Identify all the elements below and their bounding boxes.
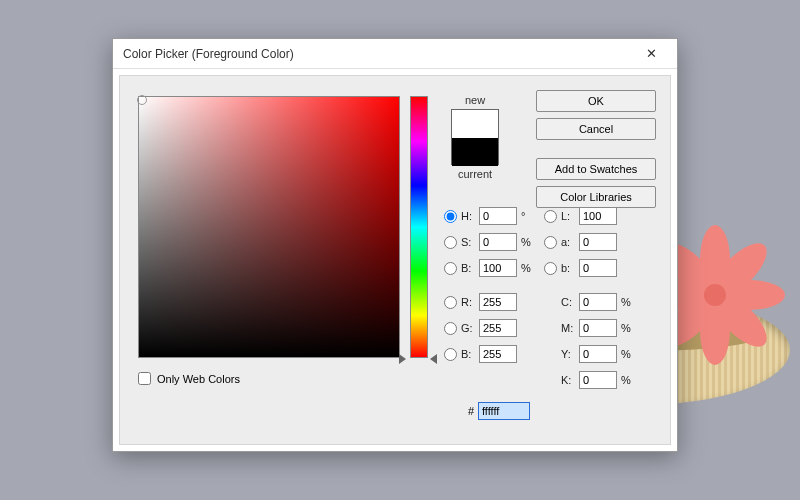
satval-cursor[interactable]: [137, 95, 147, 105]
a-input[interactable]: [579, 233, 617, 251]
bb-label: B:: [461, 348, 479, 360]
c-input[interactable]: [579, 293, 617, 311]
hex-row: #: [460, 402, 530, 420]
mode-s-radio[interactable]: [444, 236, 457, 249]
m-label: M:: [561, 322, 579, 334]
mode-l-radio[interactable]: [544, 210, 557, 223]
h-unit: °: [521, 210, 533, 222]
m-unit: %: [621, 322, 633, 334]
color-preview: new current: [445, 94, 505, 180]
k-unit: %: [621, 374, 633, 386]
b-unit: %: [521, 262, 533, 274]
ok-button[interactable]: OK: [536, 90, 656, 112]
preview-new-label: new: [445, 94, 505, 106]
only-web-colors-label: Only Web Colors: [157, 373, 240, 385]
saturation-value-field[interactable]: [138, 96, 400, 358]
preview-current-color[interactable]: [452, 138, 498, 166]
dialog-title: Color Picker (Foreground Color): [123, 39, 294, 69]
preview-current-label: current: [445, 168, 505, 180]
c-label: C:: [561, 296, 579, 308]
h-label: H:: [461, 210, 479, 222]
r-label: R:: [461, 296, 479, 308]
lb-input[interactable]: [579, 259, 617, 277]
button-column: OK Cancel Add to Swatches Color Librarie…: [536, 90, 656, 214]
y-unit: %: [621, 348, 633, 360]
h-input[interactable]: [479, 207, 517, 225]
mode-g-radio[interactable]: [444, 322, 457, 335]
b-label: B:: [461, 262, 479, 274]
g-label: G:: [461, 322, 479, 334]
r-input[interactable]: [479, 293, 517, 311]
hue-pointer-left-icon[interactable]: [399, 354, 406, 364]
y-input[interactable]: [579, 345, 617, 363]
color-picker-dialog: Color Picker (Foreground Color) ✕ new cu…: [112, 38, 678, 452]
titlebar[interactable]: Color Picker (Foreground Color) ✕: [113, 39, 677, 69]
only-web-colors-row: Only Web Colors: [138, 372, 240, 385]
s-unit: %: [521, 236, 533, 248]
m-input[interactable]: [579, 319, 617, 337]
mode-lb-radio[interactable]: [544, 262, 557, 275]
preview-swatch: [451, 109, 499, 165]
hex-label: #: [460, 405, 474, 417]
b-input[interactable]: [479, 259, 517, 277]
l-label: L:: [561, 210, 579, 222]
s-input[interactable]: [479, 233, 517, 251]
y-label: Y:: [561, 348, 579, 360]
l-input[interactable]: [579, 207, 617, 225]
a-label: a:: [561, 236, 579, 248]
k-label: K:: [561, 374, 579, 386]
hue-slider[interactable]: [410, 96, 428, 358]
mode-a-radio[interactable]: [544, 236, 557, 249]
close-icon[interactable]: ✕: [631, 43, 671, 65]
mode-r-radio[interactable]: [444, 296, 457, 309]
mode-b-radio[interactable]: [444, 262, 457, 275]
hue-pointer-right-icon[interactable]: [430, 354, 437, 364]
preview-new-color: [452, 110, 498, 138]
dialog-body: new current OK Cancel Add to Swatches Co…: [119, 75, 671, 445]
mode-bb-radio[interactable]: [444, 348, 457, 361]
lb-label: b:: [561, 262, 579, 274]
add-to-swatches-button[interactable]: Add to Swatches: [536, 158, 656, 180]
c-unit: %: [621, 296, 633, 308]
g-input[interactable]: [479, 319, 517, 337]
color-fields: H: ° S: % B: % R:: [444, 204, 533, 368]
hex-input[interactable]: [478, 402, 530, 420]
cancel-button[interactable]: Cancel: [536, 118, 656, 140]
k-input[interactable]: [579, 371, 617, 389]
s-label: S:: [461, 236, 479, 248]
mode-h-radio[interactable]: [444, 210, 457, 223]
bb-input[interactable]: [479, 345, 517, 363]
only-web-colors-checkbox[interactable]: [138, 372, 151, 385]
